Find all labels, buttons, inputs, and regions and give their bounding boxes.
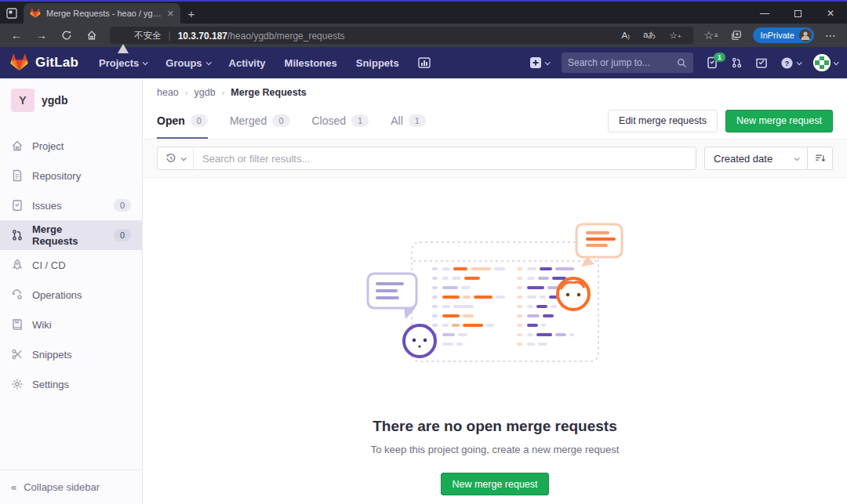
collections-icon[interactable] — [725, 26, 748, 45]
tab-all[interactable]: All1 — [391, 103, 426, 139]
history-icon — [165, 153, 176, 164]
empty-state-new-merge-request-button[interactable]: New merge request — [441, 473, 548, 495]
chevron-down-icon — [143, 60, 148, 65]
gear-icon — [11, 378, 24, 390]
forward-button[interactable]: → — [30, 26, 53, 45]
nav-activity[interactable]: Activity — [229, 57, 266, 69]
tab-title: Merge Requests - heao / ygdb — [46, 9, 162, 18]
search-icon — [677, 58, 687, 68]
scissors-icon — [11, 348, 24, 361]
tab-merged-count: 0 — [272, 114, 289, 127]
gitlab-favicon-icon — [30, 8, 41, 19]
empty-state: There are no open merge requests To keep… — [143, 178, 847, 495]
help-menu-button[interactable]: ? — [780, 56, 801, 70]
tab-merged[interactable]: Merged0 — [230, 103, 290, 139]
collapse-sidebar-button[interactable]: « Collapse sidebar — [0, 470, 142, 504]
nav-groups[interactable]: Groups — [165, 57, 209, 69]
breadcrumb: heao › ygdb › Merge Requests — [143, 78, 847, 101]
empty-state-illustration — [363, 222, 627, 377]
nav-snippets[interactable]: Snippets — [356, 57, 399, 69]
breadcrumb-project[interactable]: ygdb — [194, 87, 215, 98]
gitlab-logo[interactable]: GitLab — [9, 53, 78, 72]
empty-state-title: There are no open merge requests — [143, 418, 847, 435]
favorites-bar-icon[interactable]: ☆≡ — [700, 26, 723, 45]
read-aloud-icon[interactable]: A) — [618, 31, 634, 40]
window-close-button[interactable]: ✕ — [814, 3, 847, 24]
breadcrumb-group[interactable]: heao — [157, 87, 179, 98]
sidebar-item-cicd[interactable]: CI / CD — [0, 250, 142, 280]
issues-count-badge: 1 — [714, 53, 725, 62]
project-sidebar: Y ygdb Project Repository Issues 0 Merge… — [0, 78, 143, 504]
sidebar-item-project[interactable]: Project — [0, 131, 142, 161]
mr-state-tabs: Open0 Merged0 Closed1 All1 Edit merge re… — [143, 103, 847, 139]
edit-merge-requests-button[interactable]: Edit merge requests — [608, 110, 718, 132]
tab-actions-menu-icon[interactable] — [0, 3, 24, 24]
address-bar[interactable]: ! 不安全 | 10.3.70.187/heao/ygdb/merge_requ… — [110, 27, 693, 44]
filtered-search[interactable] — [157, 147, 696, 170]
window-minimize-button[interactable]: — — [748, 3, 781, 24]
chevron-down-icon — [205, 60, 211, 65]
browser-tab[interactable]: Merge Requests - heao / ygdb ✕ — [24, 3, 180, 24]
sidebar-item-issues[interactable]: Issues 0 — [0, 190, 142, 220]
not-secure-warning-icon[interactable]: ! — [118, 31, 129, 40]
merge-requests-nav-icon[interactable] — [731, 56, 743, 69]
issues-nav-icon[interactable]: 1 — [706, 56, 718, 69]
back-button[interactable]: ← — [5, 26, 28, 45]
sidebar-item-wiki[interactable]: Wiki — [0, 310, 142, 339]
svg-text:?: ? — [785, 58, 790, 67]
project-name: ygdb — [42, 94, 67, 107]
global-search-box[interactable]: Search or jump to... — [562, 53, 693, 73]
inprivate-label: InPrivate — [761, 31, 794, 40]
url-path: /heao/ygdb/merge_requests — [227, 31, 344, 42]
document-icon — [11, 169, 24, 182]
rocket-icon — [11, 259, 24, 271]
sidebar-item-merge-requests[interactable]: Merge Requests 0 — [0, 220, 142, 250]
chevron-down-icon — [834, 60, 839, 65]
charts-icon[interactable] — [418, 57, 431, 68]
browser-menu-icon[interactable]: ⋯ — [819, 26, 842, 45]
sidebar-item-snippets[interactable]: Snippets — [0, 339, 142, 369]
inprivate-badge[interactable]: InPrivate — [753, 27, 814, 43]
recent-searches-button[interactable] — [158, 147, 194, 169]
browser-toolbar: ← → ! 不安全 | 10.3.70.187/heao/ygdb/merge_… — [0, 24, 847, 47]
global-search-placeholder: Search or jump to... — [568, 57, 672, 68]
operations-icon — [11, 288, 24, 301]
sidebar-item-settings[interactable]: Settings — [0, 369, 142, 399]
tab-closed[interactable]: Closed1 — [312, 103, 369, 139]
tab-closed-count: 1 — [351, 114, 369, 127]
filter-bar: Created date — [143, 139, 847, 178]
merge-requests-count-pill: 0 — [114, 229, 131, 241]
project-avatar: Y — [11, 89, 35, 112]
sort-by-dropdown[interactable]: Created date — [704, 147, 808, 170]
tab-open[interactable]: Open0 — [157, 103, 208, 139]
tab-close-icon[interactable]: ✕ — [167, 9, 174, 19]
home-icon — [11, 140, 24, 152]
refresh-button[interactable] — [55, 26, 78, 45]
sidebar-item-operations[interactable]: Operations — [0, 280, 142, 310]
tab-all-count: 1 — [409, 114, 426, 127]
user-identicon-avatar — [813, 54, 831, 71]
filter-search-input[interactable] — [194, 153, 696, 165]
user-avatar-button[interactable] — [813, 54, 838, 71]
new-merge-request-button[interactable]: New merge request — [725, 110, 833, 132]
new-tab-button[interactable]: + — [180, 3, 202, 24]
todos-nav-icon[interactable] — [755, 56, 768, 69]
nav-projects[interactable]: Projects — [99, 57, 147, 69]
add-favorite-icon[interactable]: ☆+ — [666, 30, 685, 41]
double-chevron-left-icon: « — [11, 481, 16, 493]
window-maximize-button[interactable] — [781, 3, 814, 24]
sort-descending-icon — [814, 153, 826, 164]
chevron-down-icon — [797, 60, 802, 65]
sidebar-item-repository[interactable]: Repository — [0, 161, 142, 190]
translate-icon[interactable]: aあ — [639, 30, 660, 41]
sort-direction-button[interactable] — [808, 147, 833, 170]
gitlab-tanuki-icon — [9, 53, 29, 72]
home-button[interactable] — [80, 26, 104, 45]
profile-avatar — [799, 29, 812, 42]
project-context[interactable]: Y ygdb — [0, 78, 142, 120]
address-separator: | — [169, 30, 171, 41]
nav-milestones[interactable]: Milestones — [285, 57, 337, 69]
tab-open-count: 0 — [191, 114, 208, 127]
new-menu-button[interactable] — [529, 56, 549, 69]
merge-request-icon — [11, 229, 24, 241]
